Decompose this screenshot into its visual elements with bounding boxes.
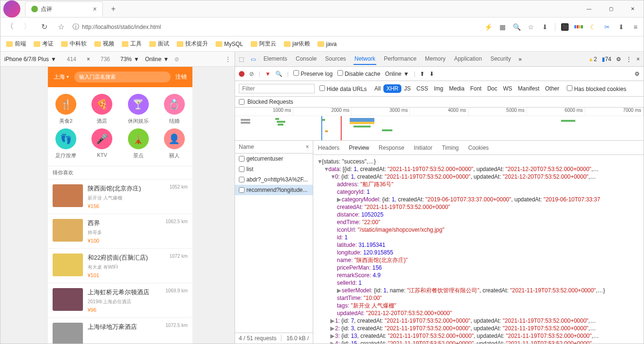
zoom-icon[interactable]: 🔍: [512, 23, 521, 31]
devtools-tab-sources[interactable]: Sources: [324, 54, 347, 65]
search-icon[interactable]: 🔍: [275, 71, 282, 77]
more-icon[interactable]: ⋮: [225, 56, 231, 63]
throttle-select[interactable]: Online ▼: [145, 56, 169, 63]
bookmark-item[interactable]: 视频: [94, 40, 114, 48]
inspect-icon[interactable]: ⬚: [239, 56, 244, 63]
download-icon[interactable]: ⬇: [541, 23, 549, 31]
url-field[interactable]: ⓘ http://localhost/static/index.html: [73, 23, 478, 31]
gear-icon[interactable]: ⚙: [616, 56, 621, 63]
filter-type-css[interactable]: CSS: [414, 84, 431, 93]
category-item[interactable]: 🗼景点: [120, 127, 156, 161]
ext-icon[interactable]: ⬛: [561, 23, 569, 31]
throttle-select[interactable]: Online ▼: [385, 71, 409, 77]
city-selector[interactable]: 上海▼: [54, 73, 70, 81]
request-item[interactable]: abdr?_o=http%3A%2F...: [235, 174, 313, 185]
category-item[interactable]: 👣足疗按摩: [48, 127, 84, 161]
category-item[interactable]: 🍸休闲娱乐: [120, 92, 156, 127]
waterfall-timeline[interactable]: 1000 ms2000 ms3000 ms4000 ms5000 ms6000 …: [235, 108, 644, 141]
name-column-header[interactable]: Name×: [235, 141, 313, 154]
zoom-select[interactable]: 73% ▼: [120, 56, 139, 63]
response-tab-preview[interactable]: Preview: [349, 145, 369, 151]
request-item[interactable]: getcurrentuser: [235, 154, 313, 164]
shop-item[interactable]: 陕西面馆(北京亦庄)新开业 人气爆棚¥1561052 km: [48, 179, 192, 214]
new-tab-button[interactable]: +: [107, 2, 120, 16]
category-item[interactable]: 👤丽人: [156, 127, 192, 161]
bookmark-item[interactable]: 面试: [149, 40, 169, 48]
response-tab-response[interactable]: Response: [379, 145, 404, 151]
response-tab-initiator[interactable]: Initiator: [414, 145, 432, 151]
shop-item[interactable]: 西界帅哥多¥1001062.5 km: [48, 214, 192, 248]
bookmark-item[interactable]: java: [317, 41, 336, 47]
request-item[interactable]: list: [235, 164, 313, 174]
bookmark-item[interactable]: 考证: [34, 40, 54, 48]
lightning-icon[interactable]: ⚡: [484, 23, 492, 31]
download-icon[interactable]: ⬇: [429, 71, 434, 77]
preserve-log-checkbox[interactable]: Preserve log: [293, 70, 333, 77]
filter-type-ws[interactable]: WS: [500, 84, 515, 93]
shop-item[interactable]: 上海虹桥元希尔顿酒店2019年上海必住酒店¥961069.9 km: [48, 283, 192, 317]
login-link[interactable]: 注销: [175, 73, 187, 81]
devtools-tab-network[interactable]: Network: [354, 54, 376, 65]
shop-item[interactable]: 和22府捞面(百脑汇店)有大桌 有WIFI¥1011072 km: [48, 248, 192, 283]
qr-icon[interactable]: ▦: [498, 23, 507, 31]
device-select[interactable]: iPhone 6/7/8 Plus ▼: [4, 56, 56, 63]
category-item[interactable]: 🍴美食2: [48, 92, 84, 127]
devtools-tab-security[interactable]: Security: [490, 54, 512, 65]
moon-icon[interactable]: ☾: [589, 23, 597, 31]
devtools-tab-performance[interactable]: Performance: [383, 54, 417, 65]
bookmark-item[interactable]: 中科软: [61, 40, 87, 48]
filter-input[interactable]: [239, 84, 315, 93]
maximize-button[interactable]: ▢: [600, 0, 622, 18]
response-tab-headers[interactable]: Headers: [318, 145, 339, 151]
favorite-button[interactable]: ☆: [55, 21, 67, 33]
upload-icon[interactable]: ⬆: [420, 71, 425, 77]
json-preview[interactable]: ▼{status: "success",…} ▼data: data: [{id…: [313, 155, 644, 344]
devtools-tab-elements[interactable]: Elements: [263, 54, 288, 65]
more-tabs-icon[interactable]: »: [518, 56, 522, 63]
forward-button[interactable]: 〉: [21, 21, 33, 33]
responsive-icon[interactable]: ▭: [251, 56, 256, 63]
devtools-tab-application[interactable]: Application: [453, 54, 483, 65]
filter-type-manifest[interactable]: Manifest: [515, 84, 542, 93]
shop-item[interactable]: 上海绿地万豪酒店1072.5 km: [48, 317, 192, 344]
back-button[interactable]: 〈: [4, 21, 16, 33]
request-checkbox[interactable]: [239, 187, 245, 193]
height-input[interactable]: [96, 56, 115, 63]
downloads-icon[interactable]: ⬇: [617, 23, 626, 31]
filter-icon[interactable]: ▼: [265, 71, 271, 77]
clear-button[interactable]: ⊘: [249, 71, 254, 77]
kebab-icon[interactable]: ⋮: [626, 56, 632, 63]
browser-tab[interactable]: 点评 ×: [25, 1, 103, 17]
filter-type-xhr[interactable]: XHR: [383, 84, 401, 93]
bookmark-item[interactable]: MySQL: [216, 41, 243, 47]
devtools-tab-memory[interactable]: Memory: [424, 54, 446, 65]
close-panel-icon[interactable]: ×: [306, 144, 309, 150]
bookmark-item[interactable]: jar依赖: [284, 40, 310, 48]
request-checkbox[interactable]: [239, 177, 245, 182]
filter-type-all[interactable]: All: [372, 84, 383, 93]
filter-type-js[interactable]: JS: [401, 84, 414, 93]
star-icon[interactable]: ☆: [526, 23, 535, 31]
bookmark-item[interactable]: 阿里云: [251, 40, 276, 48]
request-item[interactable]: recommend?longitude...: [235, 185, 313, 195]
hide-data-urls-checkbox[interactable]: Hide data URLs: [319, 85, 367, 92]
google-icon[interactable]: [574, 23, 583, 31]
close-devtools-icon[interactable]: ×: [636, 56, 640, 63]
category-item[interactable]: 💍结婚: [156, 92, 192, 127]
filter-type-img[interactable]: Img: [431, 84, 446, 93]
warning-badge[interactable]: ▲2: [588, 56, 597, 63]
width-input[interactable]: [62, 56, 81, 63]
reload-button[interactable]: ↻: [38, 21, 50, 33]
record-button[interactable]: [239, 71, 245, 77]
devtools-tab-console[interactable]: Console: [295, 54, 317, 65]
close-button[interactable]: ✕: [622, 0, 644, 18]
has-blocked-checkbox[interactable]: Has blocked cookies: [567, 85, 626, 92]
settings-gear-icon[interactable]: ⚙: [635, 71, 640, 77]
bookmark-item[interactable]: 工具: [122, 40, 142, 48]
request-checkbox[interactable]: [239, 166, 245, 172]
menu-icon[interactable]: ≡: [631, 23, 640, 31]
filter-type-media[interactable]: Media: [446, 84, 467, 93]
filter-type-other[interactable]: Other: [542, 84, 562, 93]
blocked-requests-checkbox[interactable]: Blocked Requests: [235, 97, 644, 108]
disable-cache-checkbox[interactable]: Disable cache: [337, 70, 381, 77]
